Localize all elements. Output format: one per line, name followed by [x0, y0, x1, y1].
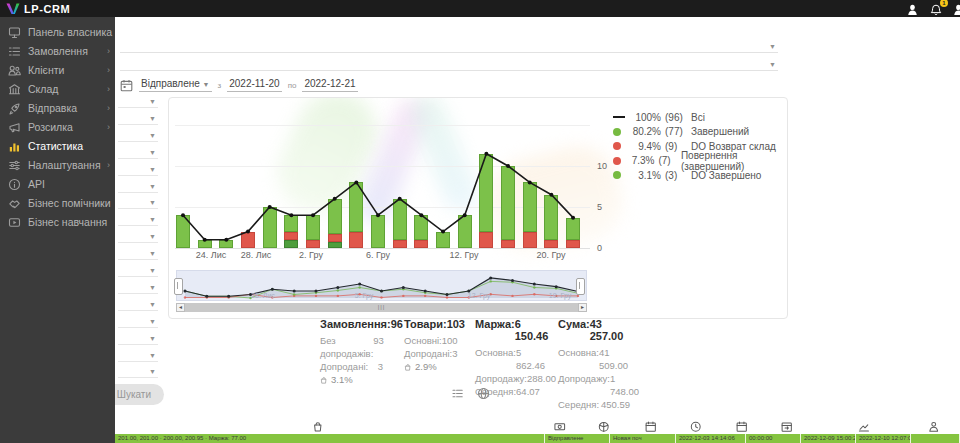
date-from-input[interactable]: 2022-11-20 — [227, 78, 281, 92]
sidebar-item-label: Бізнес навчання — [28, 216, 107, 228]
calendar-icon[interactable] — [645, 419, 657, 431]
summary-row-value: 93 — [373, 334, 384, 360]
clients-icon — [8, 63, 21, 76]
dot-swatch — [613, 171, 621, 179]
table-cell: Новая поч — [610, 434, 676, 443]
side-filter-select-3[interactable]: ▼ — [118, 128, 158, 142]
sidebar-item-label: Відправка — [28, 102, 77, 114]
sidebar-item-label: Клієнти — [28, 64, 64, 76]
line-swatch — [613, 116, 625, 118]
side-filter-select-9[interactable]: ▼ — [118, 229, 158, 243]
person-icon[interactable] — [928, 419, 940, 431]
sidebar-item-бізнес-помічники[interactable]: Бізнес помічники — [0, 193, 115, 212]
x-tick-label: 20. Гру — [537, 250, 566, 260]
chevron-down-icon: ▼ — [149, 250, 156, 257]
globe-view-icon[interactable] — [477, 386, 490, 399]
logo-v-icon — [6, 3, 20, 15]
filter-select-1[interactable]: ▼ — [120, 39, 778, 53]
navigator-right-handle[interactable] — [576, 278, 585, 295]
chevron-right-icon: › — [107, 46, 110, 56]
navigator-left-handle[interactable] — [174, 278, 183, 295]
summary-row: Без допродажів:93 — [320, 334, 383, 360]
side-filter-select-10[interactable]: ▼ — [118, 246, 158, 260]
calendar-export-icon[interactable] — [781, 419, 793, 431]
table-cell: 201.00, 201.00 · 200.00, 200.95 · Маржа:… — [115, 434, 545, 443]
side-filter-select-13[interactable]: ▼ — [118, 297, 158, 311]
table-row[interactable]: 201.00, 201.00 · 200.00, 200.95 · Маржа:… — [115, 434, 960, 443]
summary-title-label: Маржа: — [475, 318, 515, 342]
side-filter-select-16[interactable]: ▼ — [118, 348, 158, 362]
legend-item[interactable]: 80.2%(77)Завершений — [613, 125, 787, 140]
helpers-icon — [8, 196, 21, 209]
side-filter-select-7[interactable]: ▼ — [118, 195, 158, 209]
sidebar-item-замовлення[interactable]: Замовлення› — [0, 41, 115, 60]
sidebar-item-клієнти[interactable]: Клієнти› — [0, 60, 115, 79]
notifications-bell-icon[interactable]: 1 — [930, 2, 944, 16]
chevron-right-icon: › — [107, 103, 110, 113]
sidebar-item-api[interactable]: API — [0, 174, 115, 193]
statistics-icon — [8, 139, 21, 152]
list-view-icon[interactable] — [451, 386, 464, 399]
sidebar-item-статистика[interactable]: Статистика — [0, 136, 115, 155]
y-tick-label: 10 — [597, 161, 607, 171]
summary-title-label: Сума: — [558, 318, 590, 342]
summary-row: Допродані:3 — [404, 347, 449, 360]
side-filter-select-12[interactable]: ▼ — [118, 280, 158, 294]
sidebar-item-розсилка[interactable]: Розсилка› — [0, 117, 115, 136]
side-filter-select-15[interactable]: ▼ — [118, 331, 158, 345]
api-icon — [8, 177, 21, 190]
chevron-down-icon: ▼ — [149, 166, 156, 173]
legend-item[interactable]: 100%(96)Всі — [613, 110, 787, 125]
navigator-mini-chart — [177, 271, 586, 300]
side-filter-select-8[interactable]: ▼ — [118, 212, 158, 226]
chevron-down-icon: ▼ — [149, 301, 156, 308]
table-cell: Відправлене — [545, 434, 610, 443]
bag-icon[interactable] — [312, 419, 324, 431]
logo[interactable]: LP-CRM — [6, 3, 70, 15]
date-to-input[interactable]: 2022-12-21 — [302, 78, 357, 92]
scroll-right-arrow[interactable]: ▸ — [578, 303, 587, 312]
scroll-left-arrow[interactable]: ◂ — [176, 303, 185, 312]
chevron-down-icon: ▼ — [149, 318, 156, 325]
calendar-icon[interactable] — [120, 79, 133, 92]
side-filter-select-6[interactable]: ▼ — [118, 179, 158, 193]
summary-row-value: 41 509.00 — [599, 346, 630, 372]
sidebar-item-панель-власника[interactable]: Панель власника — [0, 22, 115, 41]
navigator-date-label: 5. Гру — [355, 292, 374, 299]
banknote-icon[interactable] — [554, 419, 566, 431]
dot-swatch — [613, 157, 621, 165]
clock-icon[interactable] — [690, 419, 702, 431]
legend-item[interactable]: 3.1%(3)DO Завершено — [613, 168, 787, 183]
legend-item[interactable]: 7.3%(7)Повернення (завершений) — [613, 154, 787, 169]
scrollbar-grip[interactable]: ||| — [378, 304, 386, 311]
user-icon[interactable] — [907, 2, 921, 16]
side-filter-select-14[interactable]: ▼ — [118, 314, 158, 328]
sidebar-item-склад[interactable]: Склад› — [0, 79, 115, 98]
summary-row-value: 100 — [442, 334, 458, 347]
trend-icon[interactable] — [858, 419, 870, 431]
filter-select-2[interactable]: ▼ — [120, 57, 778, 71]
profile-icon[interactable] — [953, 2, 960, 16]
sidebar-item-налаштування[interactable]: Налаштування› — [0, 155, 115, 174]
summary-row: Середня:450.59 — [558, 398, 630, 411]
chart-navigator[interactable]: 28. Лис5. Гру12. Гру19. Гру — [176, 270, 587, 301]
summary-row-label: Основні: — [404, 334, 442, 347]
sidebar-item-відправка[interactable]: Відправка› — [0, 98, 115, 117]
sidebar-item-бізнес-навчання[interactable]: Бізнес навчання — [0, 212, 115, 231]
dot-swatch — [613, 128, 621, 136]
side-filter-select-2[interactable]: ▼ — [118, 111, 158, 125]
legend-count: (3) — [665, 170, 691, 181]
y-tick-label: 0 — [597, 243, 602, 253]
side-filter-select-4[interactable]: ▼ — [118, 145, 158, 159]
side-filter-select-17[interactable]: ▼ — [118, 364, 158, 378]
calendar-icon[interactable] — [736, 419, 748, 431]
side-filter-select-5[interactable]: ▼ — [118, 162, 158, 176]
from-word: з — [218, 81, 222, 92]
chevron-down-icon: ▼ — [149, 216, 156, 223]
side-filter-select-1[interactable]: ▼ — [118, 94, 158, 108]
date-type-select[interactable]: Відправлене ▼ — [139, 78, 212, 92]
chart-scrollbar[interactable]: ◂ ||| ▸ — [176, 303, 587, 312]
summary-title: Сума:43 257.00 — [558, 318, 630, 342]
side-filter-select-11[interactable]: ▼ — [118, 263, 158, 277]
package-icon[interactable] — [598, 419, 610, 431]
